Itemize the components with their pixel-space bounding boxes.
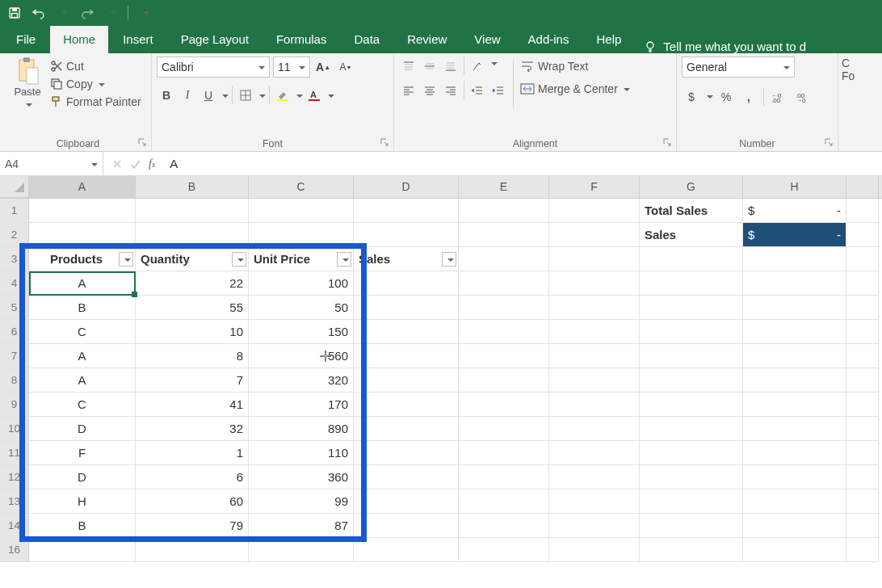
cell-product[interactable]: D xyxy=(29,417,136,441)
cell[interactable] xyxy=(549,271,640,296)
cell[interactable] xyxy=(549,296,640,320)
currency-dropdown[interactable] xyxy=(704,91,713,103)
row-header[interactable]: 2 xyxy=(0,223,29,247)
cell[interactable] xyxy=(743,465,846,489)
col-header-a[interactable]: A xyxy=(29,176,136,198)
orientation-button[interactable] xyxy=(468,57,487,76)
cell[interactable] xyxy=(640,538,743,562)
cell[interactable] xyxy=(459,514,549,538)
cell-unit-price[interactable]: 87 xyxy=(249,514,354,538)
row-header[interactable]: 5 xyxy=(0,296,29,320)
cell[interactable] xyxy=(640,441,743,465)
cell-product[interactable]: F xyxy=(29,441,136,465)
increase-indent[interactable] xyxy=(489,81,508,100)
cell[interactable] xyxy=(459,199,549,223)
cell[interactable] xyxy=(354,368,459,393)
cell[interactable] xyxy=(846,441,879,465)
decrease-font-size[interactable]: A▼ xyxy=(336,57,355,77)
cell[interactable] xyxy=(640,489,743,514)
cell[interactable] xyxy=(459,538,549,562)
col-header-d[interactable]: D xyxy=(354,176,459,198)
filter-button[interactable] xyxy=(337,252,351,267)
cell[interactable] xyxy=(549,320,640,344)
font-color-button[interactable]: A xyxy=(304,86,324,105)
currency-button[interactable]: $ xyxy=(682,87,701,107)
cell[interactable] xyxy=(549,344,640,368)
cell[interactable] xyxy=(640,417,743,441)
decrease-indent[interactable] xyxy=(468,81,487,100)
cell[interactable] xyxy=(249,223,354,247)
tab-help[interactable]: Help xyxy=(583,26,634,53)
fx-icon[interactable]: fx xyxy=(149,158,155,170)
cell-quantity[interactable]: 8 xyxy=(136,344,249,368)
cell[interactable] xyxy=(846,296,879,320)
cell-product[interactable]: H xyxy=(29,489,136,514)
copy-button[interactable]: Copy xyxy=(48,76,143,92)
cell[interactable] xyxy=(846,368,879,393)
cell[interactable] xyxy=(743,417,846,441)
row-header[interactable]: 4 xyxy=(0,271,29,296)
align-bottom[interactable] xyxy=(441,57,460,76)
col-header-f[interactable]: F xyxy=(549,176,640,198)
cell[interactable] xyxy=(459,393,549,417)
cell[interactable] xyxy=(743,247,846,271)
cell[interactable] xyxy=(354,441,459,465)
bold-button[interactable]: B xyxy=(157,86,176,105)
increase-font-size[interactable]: A▲ xyxy=(313,57,333,77)
tab-file[interactable]: File xyxy=(3,26,48,53)
cell[interactable] xyxy=(459,489,549,514)
font-color-dropdown[interactable] xyxy=(326,89,334,102)
col-header-extra[interactable] xyxy=(846,176,879,198)
cell-unit-price[interactable]: 560 xyxy=(249,344,354,368)
cell[interactable] xyxy=(743,344,846,368)
cell-unit-price[interactable]: 110 xyxy=(249,441,354,465)
table-header-products[interactable]: Products xyxy=(29,247,136,271)
cell[interactable] xyxy=(846,199,879,223)
cell[interactable] xyxy=(354,296,459,320)
cell[interactable] xyxy=(640,296,743,320)
cell[interactable] xyxy=(29,223,136,247)
redo-button[interactable] xyxy=(78,3,97,23)
cell[interactable] xyxy=(640,247,743,271)
col-header-c[interactable]: C xyxy=(249,176,354,198)
cell[interactable] xyxy=(459,223,549,247)
cell[interactable] xyxy=(136,199,249,223)
cell[interactable] xyxy=(354,417,459,441)
cell[interactable] xyxy=(743,538,846,562)
cell[interactable] xyxy=(459,465,549,489)
orientation-dropdown[interactable] xyxy=(489,57,498,76)
cell[interactable] xyxy=(549,465,640,489)
cell[interactable] xyxy=(743,514,846,538)
formula-input[interactable]: A xyxy=(163,157,882,170)
cell[interactable] xyxy=(846,344,879,368)
cell[interactable] xyxy=(354,320,459,344)
increase-decimal[interactable]: ←0.00 xyxy=(769,87,790,107)
cell-unit-price[interactable]: 50 xyxy=(249,296,354,320)
cell[interactable] xyxy=(640,368,743,393)
col-header-b[interactable]: B xyxy=(136,176,249,198)
border-dropdown[interactable] xyxy=(257,89,266,102)
font-size-combo[interactable]: 11 xyxy=(273,57,310,78)
align-middle[interactable] xyxy=(420,57,439,76)
clipboard-launcher[interactable] xyxy=(136,136,148,148)
row-header[interactable]: 3 xyxy=(0,247,29,271)
tab-view[interactable]: View xyxy=(461,26,513,53)
filter-button[interactable] xyxy=(119,252,133,267)
cancel-icon[interactable] xyxy=(111,158,123,170)
alignment-launcher[interactable] xyxy=(662,136,673,148)
align-left[interactable] xyxy=(399,81,418,100)
cell-quantity[interactable]: 41 xyxy=(136,393,249,417)
cell[interactable] xyxy=(459,247,549,271)
cell-product[interactable]: C xyxy=(29,393,136,417)
cell[interactable] xyxy=(354,538,459,562)
cell[interactable] xyxy=(136,538,249,562)
cell[interactable] xyxy=(846,393,879,417)
merge-center-button[interactable]: Merge & Center xyxy=(519,81,632,97)
cut-button[interactable]: Cut xyxy=(48,58,143,74)
cell-quantity[interactable]: 7 xyxy=(136,368,249,393)
cell[interactable] xyxy=(640,271,743,296)
cell-quantity[interactable]: 6 xyxy=(136,465,249,489)
tab-page-layout[interactable]: Page Layout xyxy=(168,26,262,53)
row-header[interactable]: 13 xyxy=(0,489,29,514)
cell-g1[interactable]: Total Sales xyxy=(640,199,743,223)
